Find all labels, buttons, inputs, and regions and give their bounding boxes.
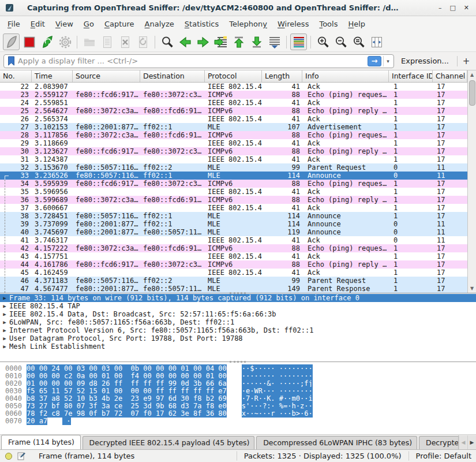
packet-row[interactable]: 293.118669IEEE 802.15.441Ack117	[0, 139, 467, 147]
packet-row[interactable]: 252.564627fe80::3072:c3a…fe80::fcd6:91…I…	[0, 107, 467, 115]
filter-bookmark-icon[interactable]	[8, 56, 15, 66]
packet-list-scrollbar[interactable]: ▲ ▼	[467, 70, 476, 293]
maximize-button[interactable]: □	[449, 4, 455, 12]
menu-help[interactable]: Help	[343, 17, 370, 32]
packet-row[interactable]: 424.157222fe80::3072:c3a…fe80::fcd6:91…I…	[0, 244, 467, 252]
splitter-handle[interactable]	[230, 361, 246, 363]
menu-file[interactable]: File	[2, 17, 25, 32]
packet-row[interactable]: 393.737099fe80::2001:877…ff02::1MLE114An…	[0, 220, 467, 228]
detail-line[interactable]: ▶User Datagram Protocol, Src Port: 19788…	[0, 334, 476, 342]
menu-statistics[interactable]: Statistics	[179, 17, 224, 32]
scrollbar-thumb[interactable]	[469, 80, 475, 106]
packet-row[interactable]: 333.236526fe80::5057:116…ff02::1MLE114An…	[0, 172, 467, 180]
expander-icon[interactable]: ▶	[0, 326, 9, 334]
scroll-up-icon[interactable]: ▲	[468, 70, 476, 79]
capture-comment-icon[interactable]	[17, 452, 26, 460]
packet-row[interactable]: 283.117856fe80::3072:c3a…fe80::fcd6:91…I…	[0, 131, 467, 139]
column-header-time[interactable]: Time	[32, 70, 73, 82]
detail-line[interactable]: ▶Internet Protocol Version 6, Src: fe80:…	[0, 326, 476, 334]
packet-row[interactable]: 222.083907IEEE 802.15.441Ack117	[0, 83, 467, 91]
expander-icon[interactable]: ▶	[0, 318, 9, 326]
packet-row[interactable]: 444.161786fe80::fcd6:917…fe80::3072:c3…I…	[0, 260, 467, 269]
packet-row[interactable]: 313.124387IEEE 802.15.441Ack117	[0, 155, 467, 163]
go-first-button[interactable]	[230, 33, 247, 50]
close-button[interactable]: ✕	[464, 4, 469, 12]
zoom-in-button[interactable]	[314, 33, 331, 50]
packet-row[interactable]: 262.565374IEEE 802.15.441Ack117	[0, 115, 467, 123]
packet-row[interactable]: 464.371183fe80::5057:116…ff02::2MLE99Par…	[0, 277, 467, 285]
packet-row[interactable]: 403.745697fe80::2001:877…fe80::5057:11…M…	[0, 228, 467, 236]
display-filter-input[interactable]: Apply a display filter ... <Ctrl-/> → ▾	[3, 54, 394, 68]
column-header-len[interactable]: Length	[262, 70, 302, 82]
reload-file-button[interactable]	[134, 33, 151, 50]
expander-icon[interactable]: ▶	[0, 294, 9, 302]
go-forward-button[interactable]	[194, 33, 211, 50]
scroll-down-icon[interactable]: ▼	[468, 284, 476, 293]
column-header-proto[interactable]: Protocol	[205, 70, 262, 82]
column-header-no[interactable]: No.	[0, 70, 32, 82]
zoom-out-button[interactable]	[332, 33, 349, 50]
add-filter-button[interactable]: +	[460, 56, 473, 66]
packet-row[interactable]: 363.599689fe80::3072:c3a…fe80::fcd6:91…I…	[0, 196, 467, 204]
detail-line[interactable]: ▶IEEE 802.15.4 Data, Dst: Broadcast, Src…	[0, 310, 476, 318]
resize-columns-button[interactable]	[368, 33, 385, 50]
tab-scroll-right-icon[interactable]: ▶	[467, 435, 476, 449]
menu-tools[interactable]: Tools	[314, 17, 343, 32]
auto-scroll-button[interactable]	[266, 33, 283, 50]
packet-row[interactable]: 323.153670fe80::5057:116…ff02::2MLE99Par…	[0, 163, 467, 172]
menu-analyze[interactable]: Analyze	[140, 17, 179, 32]
close-file-button[interactable]	[117, 33, 133, 50]
detail-line[interactable]: ▶6LoWPAN, Src: fe80::5057:1165:f56a:663b…	[0, 318, 476, 326]
packet-row[interactable]: 373.600667IEEE 802.15.441Ack117	[0, 204, 467, 212]
detail-line[interactable]: ▶Frame 33: 114 bytes on wire (912 bits),…	[0, 294, 476, 302]
packet-row[interactable]: 474.567477fe80::2001:877…fe80::5057:11…M…	[0, 285, 467, 293]
save-file-button[interactable]	[99, 33, 115, 50]
menu-capture[interactable]: Capture	[99, 17, 140, 32]
menu-view[interactable]: View	[50, 17, 78, 32]
expert-info-icon[interactable]	[5, 452, 13, 460]
hex-bytes[interactable]: 20 a7	[27, 418, 47, 425]
packet-row[interactable]: 232.559127fe80::fcd6:917…fe80::3072:c3…I…	[0, 91, 467, 99]
detail-line[interactable]: ▶IEEE 802.15.4 TAP	[0, 302, 476, 310]
expander-icon[interactable]: ▶	[0, 342, 9, 351]
hex-row[interactable]: 007020 a7 ·	[0, 418, 476, 425]
packet-row[interactable]: 454.162459IEEE 802.15.441Ack117	[0, 269, 467, 277]
column-header-src[interactable]: Source	[73, 70, 140, 82]
menu-edit[interactable]: Edit	[25, 17, 50, 32]
expander-icon[interactable]: ▶	[0, 310, 9, 318]
packet-row[interactable]: 343.595939fe80::fcd6:917…fe80::3072:c3…I…	[0, 180, 467, 188]
column-header-dst[interactable]: Destination	[140, 70, 205, 82]
packet-row[interactable]: 242.559851IEEE 802.15.441Ack117	[0, 99, 467, 107]
open-file-button[interactable]	[81, 33, 98, 50]
hex-row[interactable]: 006078 f2 c8 7e 98 0f b7 72 07 f0 17 62 …	[0, 410, 476, 418]
expression-button[interactable]: Expression...	[401, 57, 449, 65]
byte-view-tab-0[interactable]: Frame (114 bytes)	[1, 435, 81, 449]
packet-row[interactable]: 413.746317IEEE 802.15.441Ack011	[0, 236, 467, 244]
colorize-button[interactable]	[290, 33, 307, 50]
apply-filter-button[interactable]: →	[368, 56, 381, 66]
packet-row[interactable]: 273.102153fe80::2001:877…ff02::1MLE107Ad…	[0, 123, 467, 131]
hex-ascii[interactable]: x··~···r ···b>·6·	[242, 410, 313, 418]
packet-row[interactable]: 353.596956IEEE 802.15.441Ack117	[0, 188, 467, 196]
packet-row[interactable]: 303.123627fe80::fcd6:917…fe80::3072:c3…I…	[0, 147, 467, 155]
menu-wireless[interactable]: Wireless	[272, 17, 314, 32]
zoom-reset-button[interactable]	[350, 33, 367, 50]
hex-ascii[interactable]: ·	[62, 418, 70, 425]
byte-view-tab-2[interactable]: Decompressed 6LoWPAN IPHC (83 bytes)	[256, 436, 417, 449]
menu-telephony[interactable]: Telephony	[224, 17, 272, 32]
start-capture-button[interactable]	[3, 33, 20, 50]
go-to-packet-button[interactable]	[212, 33, 229, 50]
capture-options-button[interactable]	[57, 33, 73, 50]
stop-capture-button[interactable]	[21, 33, 38, 50]
find-packet-button[interactable]	[159, 33, 175, 50]
column-header-info[interactable]: Info	[302, 70, 389, 82]
profile-button[interactable]: Profile: Default	[408, 452, 471, 460]
tab-scroll-left-icon[interactable]: ◀	[459, 435, 467, 449]
go-back-button[interactable]	[177, 33, 193, 50]
column-header-chan[interactable]: Channel	[433, 70, 467, 82]
hex-bytes[interactable]: 78 f2 c8 7e 98 0f b7 72 07 f0 17 62 3e 8…	[27, 410, 227, 418]
go-last-button[interactable]	[248, 33, 265, 50]
expander-icon[interactable]: ▶	[0, 302, 9, 310]
filter-history-dropdown[interactable]: ▾	[383, 56, 392, 66]
restart-capture-button[interactable]	[39, 33, 55, 50]
